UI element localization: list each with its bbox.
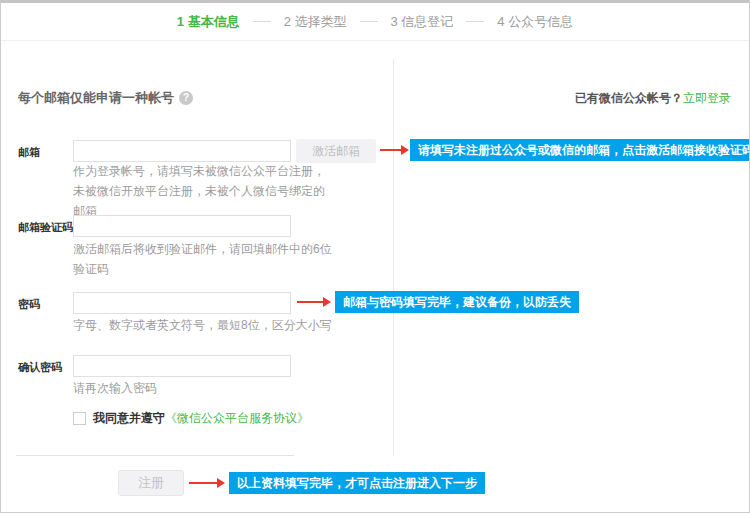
- email-helper-text: 作为登录帐号，请填写未被微信公众平台注册，未被微信开放平台注册，未被个人微信号绑…: [73, 161, 333, 221]
- confirm-password-label: 确认密码: [18, 360, 62, 375]
- step-label: 公众号信息: [508, 14, 573, 29]
- login-prompt-text: 已有微信公众帐号？: [575, 91, 683, 105]
- activate-email-button[interactable]: 激活邮箱: [296, 139, 376, 163]
- step-separator-line: [466, 21, 484, 22]
- agreement-checkbox[interactable]: [73, 412, 86, 425]
- step-label: 基本信息: [188, 14, 240, 29]
- step-label: 选择类型: [295, 14, 347, 29]
- step-number: 2: [284, 14, 291, 29]
- step-indicator: 1 基本信息 2 选择类型 3 信息登记 4 公众号信息: [1, 3, 749, 41]
- step-separator-line: [253, 21, 271, 22]
- password-label: 密码: [18, 297, 40, 312]
- confirm-password-input[interactable]: [73, 355, 291, 377]
- form-bottom-divider: [16, 455, 294, 456]
- annotation-email-tip: 请填写未注册过公众号或微信的邮箱，点击激活邮箱接收验证码: [410, 139, 750, 161]
- red-arrow-icon: [189, 482, 217, 484]
- step-4-account-info: 4 公众号信息: [497, 13, 573, 31]
- service-agreement-link[interactable]: 《微信公众平台服务协议》: [165, 410, 309, 427]
- agreement-row: 我同意并遵守 《微信公众平台服务协议》: [73, 410, 309, 427]
- step-number: 1: [177, 14, 184, 29]
- email-input[interactable]: [73, 140, 291, 162]
- step-3-info-registration: 3 信息登记: [391, 13, 454, 31]
- agreement-text: 我同意并遵守: [93, 410, 165, 427]
- email-limit-note: 每个邮箱仅能申请一种帐号 ?: [18, 89, 193, 107]
- login-now-link[interactable]: 立即登录: [683, 91, 731, 105]
- red-arrow-icon: [297, 301, 323, 303]
- annotation-password-tip: 邮箱与密码填写完毕，建议备份，以防丢失: [335, 291, 579, 313]
- column-divider: [393, 59, 394, 456]
- step-number: 4: [497, 14, 504, 29]
- help-icon[interactable]: ?: [179, 91, 193, 105]
- email-label: 邮箱: [18, 145, 40, 160]
- step-2-choose-type: 2 选择类型: [284, 13, 347, 31]
- password-helper-text: 字母、数字或者英文符号，最短8位，区分大小写: [73, 315, 333, 335]
- existing-account-prompt: 已有微信公众帐号？立即登录: [575, 90, 731, 107]
- wechat-mp-registration-page: { "steps": [ {"num": "1", "label": "基本信息…: [0, 0, 750, 513]
- step-1-basic-info: 1 基本信息: [177, 13, 240, 31]
- register-button[interactable]: 注册: [118, 470, 184, 496]
- step-label: 信息登记: [401, 14, 453, 29]
- red-arrow-icon: [380, 149, 401, 151]
- step-separator-line: [360, 21, 378, 22]
- email-code-label: 邮箱验证码: [18, 220, 73, 235]
- password-input[interactable]: [73, 292, 291, 314]
- email-code-input[interactable]: [73, 215, 291, 237]
- confirm-password-helper-text: 请再次输入密码: [73, 378, 333, 398]
- annotation-register-tip: 以上资料填写完毕，才可点击注册进入下一步: [229, 472, 485, 494]
- step-number: 3: [391, 14, 398, 29]
- email-limit-note-text: 每个邮箱仅能申请一种帐号: [18, 89, 174, 107]
- email-code-helper-text: 激活邮箱后将收到验证邮件，请回填邮件中的6位验证码: [73, 239, 333, 279]
